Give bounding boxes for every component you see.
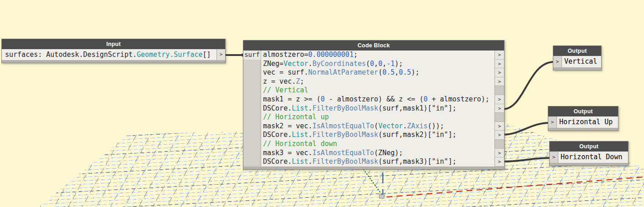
code-text[interactable]: DSCore.List.FilterByBoolMask(surf,mask3)…	[261, 157, 495, 167]
code-token: Geometry.Surface	[137, 50, 203, 59]
code-block-output-port[interactable]: >	[495, 95, 504, 104]
code-token: 0.000000001	[308, 50, 353, 59]
code-text[interactable]: // Horizontal up	[261, 113, 495, 122]
code-token: mask3 = vec.	[263, 149, 312, 157]
code-text[interactable]: mask1 = z >= (0 - almostzero) && z <= (0…	[261, 95, 495, 104]
output-node-title[interactable]: Output	[548, 106, 618, 116]
code-line: // Vertical	[243, 86, 504, 95]
code-block-output-port[interactable]: >	[495, 60, 504, 69]
code-block-output-port[interactable]: >	[495, 104, 504, 113]
code-token: 0	[378, 60, 382, 68]
code-text[interactable]: DSCore.List.FilterByBoolMask(surf,mask1)…	[261, 104, 495, 113]
output-node-input-port[interactable]: >	[548, 116, 557, 128]
output-node-vertical[interactable]: Output > Vertical	[553, 45, 602, 71]
code-token: surfaces: Autodesk.DesignScript.	[5, 50, 137, 59]
code-text[interactable]: z = vec.Z;	[261, 77, 495, 86]
code-block-gutter	[243, 86, 261, 95]
code-block-port-spacer	[495, 140, 504, 149]
code-token: ZNeg=	[263, 60, 283, 68]
code-token: List	[292, 131, 308, 139]
node-footer	[553, 67, 601, 70]
code-block-output-port[interactable]: >	[495, 149, 504, 158]
code-token: // Vertical	[263, 86, 308, 94]
output-node-input-port[interactable]: >	[553, 56, 562, 67]
input-node-title[interactable]: Input	[2, 39, 225, 49]
code-block-gutter	[243, 60, 261, 69]
code-block-gutter: surf	[243, 50, 261, 60]
code-block-gutter	[243, 131, 261, 140]
code-text[interactable]: mask2 = vec.IsAlmostEqualTo(Vector.ZAxis…	[261, 122, 495, 131]
code-text[interactable]: ZNeg=Vector.ByCoordinates(0,0,-1);	[261, 60, 495, 69]
code-token: ;	[354, 50, 358, 59]
wire-codeblock-to-vertical[interactable]	[503, 62, 554, 109]
input-node-output-port[interactable]: >	[216, 49, 225, 60]
code-text[interactable]: // Horizontal down	[261, 140, 495, 149]
code-line: mask2 = vec.IsAlmostEqualTo(Vector.ZAxis…	[243, 122, 504, 131]
code-token: ,	[374, 60, 378, 68]
code-token: List	[292, 104, 308, 112]
code-token: ;	[300, 77, 304, 86]
code-block-gutter	[243, 68, 261, 77]
code-token: 0	[423, 95, 428, 103]
code-token: ByCoordinates	[312, 60, 366, 68]
output-node-value[interactable]: Vertical	[562, 56, 601, 67]
output-node-value[interactable]: Horizontal Up	[557, 116, 618, 128]
output-node-horizontal-down[interactable]: Output > Horizontal Down	[549, 141, 629, 166]
code-line: ZNeg=Vector.ByCoordinates(0,0,-1);>	[243, 60, 504, 69]
code-token: ZAxis	[407, 122, 428, 130]
code-token: DSCore.	[263, 104, 292, 112]
code-text[interactable]: vec = surf.NormalAtParameter(0.5,0.5);	[261, 68, 495, 77]
code-token: FilterByBoolMask	[312, 157, 378, 166]
code-token: // Horizontal up	[263, 113, 329, 121]
input-node[interactable]: Input surfaces: Autodesk.DesignScript.Ge…	[1, 39, 226, 63]
code-text[interactable]: mask3 = vec.IsAlmostEqualTo(ZNeg);	[261, 149, 495, 158]
code-block-output-port[interactable]: >	[495, 50, 504, 60]
code-token: .	[403, 122, 407, 130]
code-block-gutter	[243, 95, 261, 104]
code-block-output-port[interactable]: >	[495, 77, 504, 86]
code-block-output-port[interactable]: >	[495, 131, 504, 140]
output-node-title[interactable]: Output	[550, 141, 628, 151]
code-block-output-port[interactable]: >	[495, 68, 504, 77]
code-line: // Horizontal down	[243, 140, 504, 149]
code-token: (ZNeg);	[374, 149, 403, 157]
output-node-value[interactable]: Horizontal Down	[558, 151, 628, 163]
code-text[interactable]: DSCore.List.FilterByBoolMask(surf,mask2)…	[261, 131, 495, 140]
dynamo-canvas[interactable]: Input surfaces: Autodesk.DesignScript.Ge…	[0, 0, 644, 207]
input-node-value[interactable]: surfaces: Autodesk.DesignScript.Geometry…	[2, 49, 216, 60]
code-block-node[interactable]: Code Block surfalmostzero=0.000000001;>Z…	[243, 40, 505, 170]
node-footer	[550, 163, 628, 166]
code-token: (surf,mask3)["in"];	[378, 157, 457, 166]
code-token: );	[395, 60, 403, 68]
code-line: z = vec.Z;>	[243, 77, 504, 86]
code-block-gutter	[243, 77, 261, 86]
code-token: (	[366, 60, 370, 68]
output-node-horizontal-up[interactable]: Output > Horizontal Up	[548, 106, 618, 131]
code-block-body[interactable]: surfalmostzero=0.000000001;>ZNeg=Vector.…	[243, 50, 504, 167]
output-node-input-port[interactable]: >	[550, 151, 558, 163]
code-token: Z	[296, 77, 300, 86]
code-token: ());	[428, 122, 444, 130]
code-block-title[interactable]: Code Block	[243, 40, 504, 50]
code-token: // Horizontal down	[263, 140, 337, 148]
code-text[interactable]: // Vertical	[261, 86, 495, 95]
code-token: IsAlmostEqualTo	[312, 122, 374, 130]
code-line: mask3 = vec.IsAlmostEqualTo(ZNeg);>	[243, 149, 504, 158]
code-text[interactable]: almostzero=0.000000001;	[261, 50, 495, 60]
code-block-output-port[interactable]: >	[495, 157, 504, 167]
node-footer	[2, 60, 225, 63]
output-node-title[interactable]: Output	[553, 46, 601, 56]
code-block-gutter	[243, 157, 261, 167]
code-block-gutter	[243, 140, 261, 149]
code-token: mask1 = z >= (	[263, 95, 320, 103]
code-line: mask1 = z >= (0 - almostzero) && z <= (0…	[243, 95, 504, 104]
code-token: almostzero=	[263, 50, 308, 59]
code-token: 0.5	[382, 68, 395, 76]
code-token: mask2 = vec.	[263, 122, 312, 130]
code-token: []	[202, 50, 211, 59]
code-line: DSCore.List.FilterByBoolMask(surf,mask2)…	[243, 131, 504, 140]
code-token: Vector	[378, 122, 403, 130]
code-token: FilterByBoolMask	[312, 131, 378, 139]
code-block-input-port-surf[interactable]: surf	[243, 50, 261, 60]
code-block-output-port[interactable]: >	[495, 122, 504, 131]
